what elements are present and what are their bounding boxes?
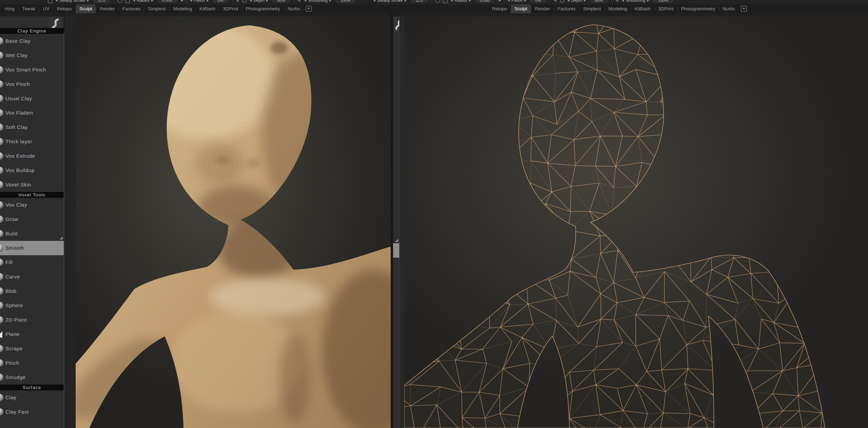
steady-stroke-value[interactable]: 11.0: [92, 0, 111, 3]
tab-modeling[interactable]: Modeling: [605, 4, 631, 13]
sidebar-sliver-smooth[interactable]: [393, 243, 399, 258]
tool-item-pinch[interactable]: Pinch: [0, 356, 64, 370]
spinner-left-arrow-icon[interactable]: ◀: [373, 0, 375, 2]
spinner-right-arrow-icon[interactable]: ▶: [151, 0, 153, 2]
spinner-right-arrow-icon[interactable]: ▶: [329, 0, 331, 2]
page-icon[interactable]: [48, 0, 52, 3]
falloff-value[interactable]: 0%: [212, 0, 229, 3]
tool-item-vox-buildup[interactable]: Vox Buildup: [0, 163, 64, 178]
tool-item-wet-clay[interactable]: Wet Clay: [0, 48, 64, 63]
spinner-left-arrow-icon[interactable]: ◀: [508, 0, 510, 2]
tool-item-scrape[interactable]: Scrape: [0, 341, 64, 356]
tool-item-plane[interactable]: Plane: [0, 327, 64, 341]
tool-item-smudge[interactable]: Smudge: [0, 370, 64, 385]
spinner-left-arrow-icon[interactable]: ◀: [451, 0, 453, 2]
spinner-falloff[interactable]: ◀Falloff▶: [508, 0, 527, 3]
tool-item-soft-clay[interactable]: Soft Clay: [0, 120, 64, 134]
tab-sculpt[interactable]: Sculpt: [511, 4, 531, 13]
depth-value[interactable]: 50%: [271, 0, 291, 3]
spinner-left-arrow-icon[interactable]: ◀: [133, 0, 135, 2]
tool-item-thick-layer[interactable]: Thick layer: [0, 134, 64, 149]
tool-item-2d-paint[interactable]: 2D-Paint: [0, 313, 64, 327]
spinner-left-arrow-icon[interactable]: ◀: [567, 0, 569, 2]
pen-icon[interactable]: ✎: [297, 0, 301, 3]
pen-icon[interactable]: ✎: [236, 0, 239, 3]
falloff-value[interactable]: 0%: [529, 0, 547, 3]
pen-icon[interactable]: ✎: [553, 0, 557, 3]
expand-arrow-icon[interactable]: ▶: [499, 0, 501, 2]
page-icon[interactable]: [443, 0, 448, 3]
tab-kitbash[interactable]: KitBash: [631, 4, 654, 13]
tab-retopo[interactable]: Retopo: [53, 4, 76, 13]
tool-item-carve[interactable]: Carve: [0, 270, 64, 284]
tab-retopo[interactable]: Retopo: [488, 4, 511, 13]
steady-stroke-value[interactable]: 11.0: [410, 0, 429, 3]
pen-icon[interactable]: ✎: [615, 0, 619, 3]
tool-item-fill[interactable]: Fill: [0, 255, 64, 270]
spinner-smoothing[interactable]: ◀Smoothing▶: [304, 0, 331, 3]
tool-item-base-clay[interactable]: Base Clay: [0, 34, 64, 48]
tab-factures[interactable]: Factures: [118, 4, 144, 13]
spinner-steady-stroke[interactable]: ◀Steady Stroke▶: [55, 0, 89, 3]
checkbox-icon[interactable]: [560, 0, 564, 2]
spinner-radius[interactable]: ◀Radius▶: [451, 0, 471, 3]
tab-simplest[interactable]: Simplest: [579, 4, 605, 13]
tab-modeling[interactable]: Modeling: [169, 4, 196, 13]
spinner-right-arrow-icon[interactable]: ▶: [524, 0, 526, 2]
tool-item-vox-pinch[interactable]: Vox Pinch: [0, 77, 64, 91]
tool-item-vox-extrude[interactable]: Vox Extrude: [0, 149, 64, 163]
tool-item-vox-smart-pinch[interactable]: Vox Smart Pinch: [0, 63, 64, 77]
viewport-sculpt-shaded[interactable]: [76, 16, 391, 428]
tool-item-blob[interactable]: Blob: [0, 284, 64, 298]
tab-nting[interactable]: nting: [1, 4, 18, 13]
smoothing-value[interactable]: 100%: [652, 0, 674, 3]
tool-item-smooth[interactable]: Smooth: [0, 241, 64, 255]
tool-item-vox-flatten[interactable]: Vox Flatten: [0, 106, 64, 120]
tab-photogrammetry[interactable]: Photogrammetry: [242, 4, 284, 13]
tab-kitbash[interactable]: KitBash: [196, 4, 219, 13]
tab-3dprint[interactable]: 3DPrint: [219, 4, 242, 13]
spinner-depth[interactable]: ◀Depth▶: [250, 0, 268, 3]
tool-item-voxel-skin[interactable]: Voxel Skin: [0, 178, 64, 192]
spinner-right-arrow-icon[interactable]: ▶: [405, 0, 407, 2]
spinner-right-arrow-icon[interactable]: ▶: [584, 0, 586, 2]
smoothing-value[interactable]: 100%: [335, 0, 356, 3]
tab-photogrammetry[interactable]: Photogrammetry: [677, 4, 719, 13]
tab-tweak[interactable]: Tweak: [18, 4, 39, 13]
add-tab-icon[interactable]: +: [741, 6, 747, 12]
spinner-right-arrow-icon[interactable]: ▶: [206, 0, 209, 2]
tool-item-usual-clay[interactable]: Usual Clay: [0, 91, 64, 106]
spinner-smoothing[interactable]: ◀Smoothing▶: [622, 0, 649, 3]
depth-value[interactable]: 50%: [589, 0, 608, 3]
checkbox-icon[interactable]: [242, 0, 247, 2]
tab-sculpt[interactable]: Sculpt: [76, 4, 96, 13]
spinner-left-arrow-icon[interactable]: ◀: [190, 0, 192, 2]
viewport-wireframe[interactable]: [404, 16, 868, 428]
spinner-left-arrow-icon[interactable]: ◀: [622, 0, 624, 2]
tab-simplest[interactable]: Simplest: [144, 4, 169, 13]
tab-render[interactable]: Render: [531, 4, 554, 13]
spinner-right-arrow-icon[interactable]: ▶: [87, 0, 89, 2]
tab-nurbs[interactable]: Nurbs: [719, 4, 739, 13]
tab-factures[interactable]: Factures: [554, 4, 579, 13]
spinner-left-arrow-icon[interactable]: ◀: [304, 0, 306, 2]
sidebar-scrollbar[interactable]: [64, 33, 64, 428]
spinner-radius[interactable]: ◀Radius▶: [133, 0, 153, 3]
spinner-left-arrow-icon[interactable]: ◀: [55, 0, 58, 2]
spinner-depth[interactable]: ◀Depth▶: [567, 0, 586, 3]
tab-3dprint[interactable]: 3DPrint: [654, 4, 677, 13]
spinner-right-arrow-icon[interactable]: ▶: [469, 0, 471, 2]
tool-item-vox-clay[interactable]: Vox Clay: [0, 198, 64, 212]
spinner-right-arrow-icon[interactable]: ▶: [647, 0, 649, 2]
tool-item-clay[interactable]: Clay: [0, 390, 64, 405]
spinner-steady-stroke[interactable]: ◀Steady Stroke▶: [373, 0, 407, 3]
circle-icon[interactable]: [117, 0, 122, 3]
circle-icon[interactable]: [435, 0, 440, 3]
tab-nurbs[interactable]: Nurbs: [284, 4, 304, 13]
tool-item-grow[interactable]: Grow: [0, 212, 64, 226]
spinner-falloff[interactable]: ◀Falloff▶: [190, 0, 209, 3]
page-icon[interactable]: [125, 0, 130, 3]
add-tab-icon[interactable]: +: [306, 6, 312, 12]
spinner-left-arrow-icon[interactable]: ◀: [250, 0, 252, 2]
radius-value[interactable]: 0.000: [474, 0, 496, 3]
